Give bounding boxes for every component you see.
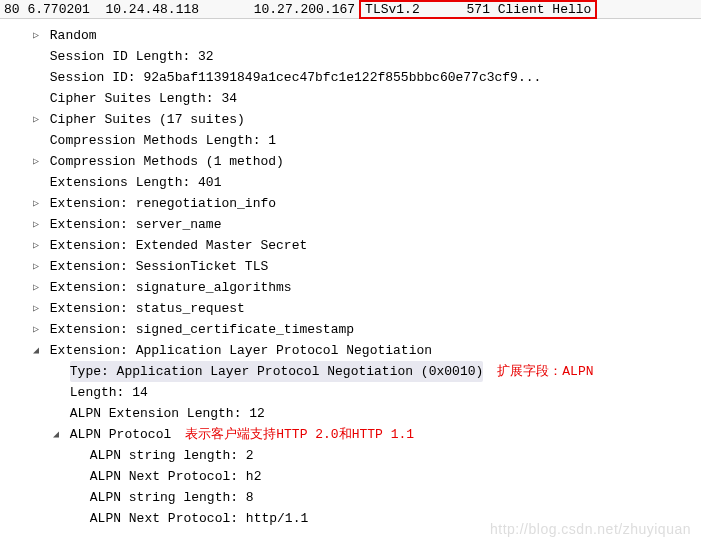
tree-row[interactable]: Length: 14 (0, 382, 701, 403)
tree-row-label: Extension: Extended Master Secret (50, 235, 307, 256)
expand-icon[interactable]: ▷ (30, 256, 42, 277)
tree-row[interactable]: Type: Application Layer Protocol Negotia… (0, 361, 701, 382)
tree-row-label: Session ID: 92a5baf11391849a1cec47bfc1e1… (50, 67, 541, 88)
tree-row[interactable]: ◢ Extension: Application Layer Protocol … (0, 340, 701, 361)
annotation-text: 扩展字段：ALPN (497, 361, 593, 382)
tree-row-label: Extension: SessionTicket TLS (50, 256, 268, 277)
tree-row-label: ALPN Next Protocol: http/1.1 (90, 508, 308, 529)
tree-row-label: ALPN Extension Length: 12 (70, 403, 265, 424)
tree-row[interactable]: ALPN string length: 8 (0, 487, 701, 508)
tree-row[interactable]: ▷ Extension: signature_algorithms (0, 277, 701, 298)
tree-row[interactable]: ▷ Compression Methods (1 method) (0, 151, 701, 172)
tree-row[interactable]: Compression Methods Length: 1 (0, 130, 701, 151)
collapse-icon[interactable]: ◢ (30, 340, 42, 361)
tree-row[interactable]: Session ID Length: 32 (0, 46, 701, 67)
expand-icon[interactable]: ▷ (30, 298, 42, 319)
collapse-icon[interactable]: ◢ (50, 424, 62, 445)
expand-icon[interactable]: ▷ (30, 235, 42, 256)
tree-row-label: Extension: renegotiation_info (50, 193, 276, 214)
tree-row-label: Cipher Suites (17 suites) (50, 109, 245, 130)
expand-icon[interactable]: ▷ (30, 214, 42, 235)
tree-row[interactable]: Extensions Length: 401 (0, 172, 701, 193)
packet-time: 6.770201 (27, 2, 89, 17)
tree-row[interactable]: ALPN Extension Length: 12 (0, 403, 701, 424)
packet-info: Client Hello (498, 2, 592, 17)
packet-proto: TLSv1.2 (365, 2, 420, 17)
tree-row[interactable]: ▷ Extension: renegotiation_info (0, 193, 701, 214)
packet-no: 80 (4, 2, 20, 17)
expand-icon[interactable]: ▷ (30, 109, 42, 130)
packet-details-tree: ▷ Random Session ID Length: 32 Session I… (0, 19, 701, 529)
expand-icon[interactable]: ▷ (30, 193, 42, 214)
tree-row-label: ALPN Protocol (70, 424, 171, 445)
tree-row[interactable]: Session ID: 92a5baf11391849a1cec47bfc1e1… (0, 67, 701, 88)
tree-row[interactable]: ALPN Next Protocol: http/1.1 (0, 508, 701, 529)
expand-icon[interactable]: ▷ (30, 319, 42, 340)
tree-row[interactable]: ◢ ALPN Protocol表示客户端支持HTTP 2.0和HTTP 1.1 (0, 424, 701, 445)
tree-row-label: Extensions Length: 401 (50, 172, 222, 193)
tree-row-label: Extension: signed_certificate_timestamp (50, 319, 354, 340)
expand-icon[interactable]: ▷ (30, 25, 42, 46)
tree-row-label: Extension: signature_algorithms (50, 277, 292, 298)
tree-row-label: Length: 14 (70, 382, 148, 403)
tree-row[interactable]: ▷ Extension: signed_certificate_timestam… (0, 319, 701, 340)
tree-row[interactable]: ALPN Next Protocol: h2 (0, 466, 701, 487)
tree-row-label: Cipher Suites Length: 34 (50, 88, 237, 109)
packet-highlight-box: TLSv1.2 571 Client Hello (359, 0, 597, 19)
packet-len: 571 (467, 2, 490, 17)
tree-row-label: Session ID Length: 32 (50, 46, 214, 67)
tree-row-label: ALPN string length: 2 (90, 445, 254, 466)
annotation-text: 表示客户端支持HTTP 2.0和HTTP 1.1 (185, 424, 414, 445)
tree-row[interactable]: Cipher Suites Length: 34 (0, 88, 701, 109)
tree-row-label: Compression Methods Length: 1 (50, 130, 276, 151)
tree-row-label: ALPN Next Protocol: h2 (90, 466, 262, 487)
packet-src: 10.24.48.118 (105, 2, 199, 17)
tree-row[interactable]: ALPN string length: 2 (0, 445, 701, 466)
expand-icon[interactable]: ▷ (30, 277, 42, 298)
packet-dst: 10.27.200.167 (254, 2, 355, 17)
tree-row-label: Extension: status_request (50, 298, 245, 319)
tree-row-label: ALPN string length: 8 (90, 487, 254, 508)
tree-row[interactable]: ▷ Extension: SessionTicket TLS (0, 256, 701, 277)
tree-row[interactable]: ▷ Extension: Extended Master Secret (0, 235, 701, 256)
tree-row-label: Random (50, 25, 97, 46)
tree-row-label: Compression Methods (1 method) (50, 151, 284, 172)
tree-row-label: Type: Application Layer Protocol Negotia… (70, 361, 483, 382)
tree-row[interactable]: ▷ Extension: status_request (0, 298, 701, 319)
tree-row[interactable]: ▷ Extension: server_name (0, 214, 701, 235)
tree-row-label: Extension: server_name (50, 214, 222, 235)
expand-icon[interactable]: ▷ (30, 151, 42, 172)
packet-summary-row[interactable]: 80 6.770201 10.24.48.118 10.27.200.167 T… (0, 0, 701, 19)
tree-row-label: Extension: Application Layer Protocol Ne… (50, 340, 432, 361)
tree-row[interactable]: ▷ Random (0, 25, 701, 46)
tree-row[interactable]: ▷ Cipher Suites (17 suites) (0, 109, 701, 130)
